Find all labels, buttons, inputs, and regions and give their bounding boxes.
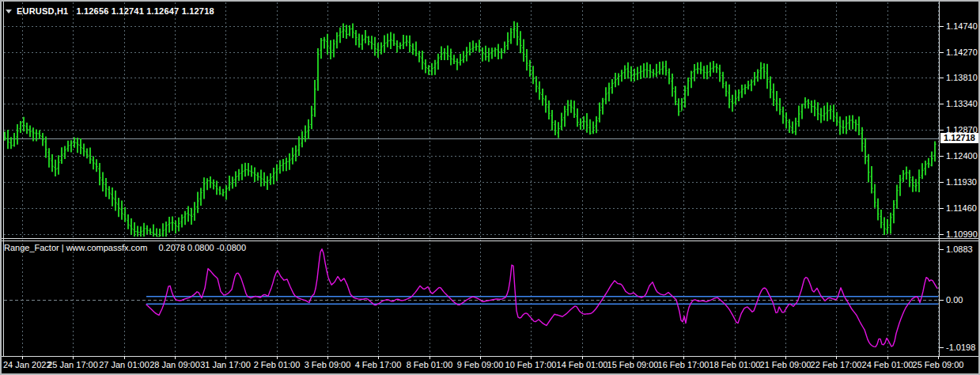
time-axis-label: 4 Feb 17:00 (355, 360, 402, 369)
chart-title: EURUSD,H11.12656 1.12741 1.12647 1.12718 (17, 6, 214, 16)
time-axis-label: 25 Jan 17:00 (47, 360, 98, 369)
time-axis-label: 14 Feb 01:00 (557, 360, 608, 369)
time-axis-label: 31 Jan 17:00 (200, 360, 251, 369)
time-axis-label: 8 Feb 01:00 (407, 360, 453, 369)
time-axis-label: 15 Feb 09:00 (607, 360, 659, 369)
time-axis[interactable]: 24 Jan 202225 Jan 17:0027 Jan 01:0028 Ja… (2, 357, 978, 372)
indicator-line (146, 249, 937, 347)
indicator-axis-label: -1.0198 (946, 343, 975, 352)
time-axis-label: 2 Feb 01:00 (254, 360, 301, 369)
indicator-label: Range_Factor | www.compassfx.com0.2078 0… (4, 243, 246, 252)
time-axis-label: 21 Feb 09:00 (760, 360, 812, 369)
time-axis-label: 27 Jan 01:00 (99, 360, 149, 369)
price-axis-label: 1.14740 (946, 21, 978, 31)
time-axis-label: 24 Jan 2022 (3, 360, 51, 369)
indicator-name: Range_Factor | www.compassfx.com (4, 243, 147, 252)
ohlc-values: 1.12656 1.12741 1.12647 1.12718 (76, 6, 214, 16)
price-axis-label: 1.13340 (946, 99, 978, 108)
symbol-label: EURUSD,H1 (17, 6, 68, 16)
pane-splitter[interactable] (2, 237, 978, 242)
price-axis-label: 1.13810 (946, 73, 978, 82)
time-axis-label: 24 Feb 01:00 (862, 360, 914, 369)
current-price-tag: 1.12718 (940, 133, 978, 143)
indicator-axis-label: 0.00 (946, 295, 963, 305)
time-axis-label: 25 Feb 09:00 (913, 360, 964, 369)
indicator-axis-label: 1.0883 (946, 244, 973, 254)
price-axis-label: 1.11460 (946, 203, 977, 213)
price-axis-label: 1.10990 (946, 229, 978, 239)
chart-canvas[interactable] (0, 0, 980, 375)
symbol-dropdown-icon[interactable] (6, 9, 12, 13)
time-axis-label: 18 Feb 01:00 (709, 360, 761, 369)
time-axis-label: 10 Feb 17:00 (505, 360, 557, 369)
time-axis-label: 16 Feb 17:00 (658, 360, 709, 369)
price-axis-label: 1.14270 (946, 47, 978, 57)
time-axis-label: 28 Jan 09:00 (149, 360, 200, 369)
time-axis-label: 22 Feb 17:00 (811, 360, 862, 369)
price-axis[interactable]: 1.147401.142701.138101.133401.128701.124… (940, 2, 978, 354)
time-axis-label: 3 Feb 09:00 (305, 360, 351, 369)
price-axis-label: 1.11930 (946, 177, 977, 187)
indicator-values: 0.2078 0.0800 -0.0800 (158, 243, 246, 252)
price-axis-label: 1.12400 (946, 151, 978, 161)
time-axis-label: 9 Feb 09:00 (457, 360, 504, 369)
chart-window: EURUSD,H11.12656 1.12741 1.12647 1.12718… (0, 0, 980, 375)
